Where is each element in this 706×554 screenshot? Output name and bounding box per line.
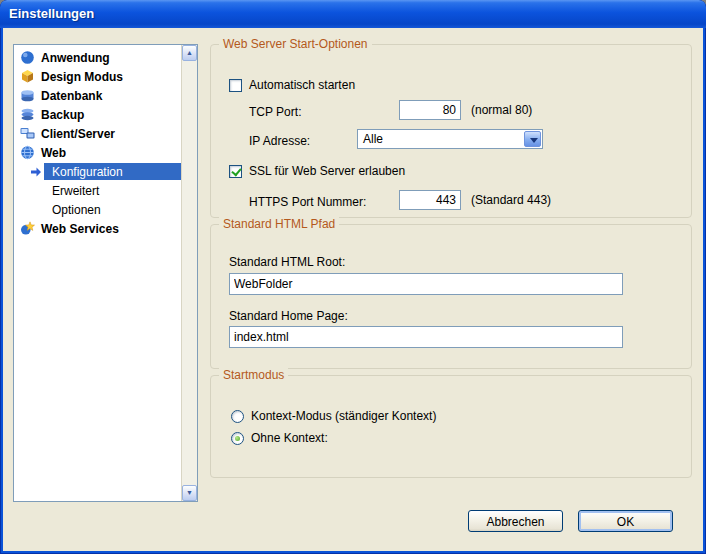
web-services-icon xyxy=(20,221,35,236)
scroll-down-button[interactable]: ▼ xyxy=(182,485,197,501)
sidebar-item-label: Optionen xyxy=(48,202,105,218)
group-title: Web Server Start-Optionen xyxy=(219,37,372,51)
sidebar-item-label: Client/Server xyxy=(41,127,115,141)
settings-category-list: Anwendung Design Modus Datenbank xyxy=(13,44,198,502)
sidebar-item-label: Design Modus xyxy=(41,70,123,84)
home-page-label: Standard Home Page: xyxy=(229,309,348,323)
sidebar-item-client-server[interactable]: Client/Server xyxy=(14,124,181,143)
sidebar-item-label: Konfiguration xyxy=(48,164,127,180)
sidebar-item-label: Web xyxy=(41,146,66,160)
home-page-input[interactable] xyxy=(229,326,623,348)
web-globe-icon xyxy=(20,145,35,160)
context-mode-radio[interactable] xyxy=(231,410,244,423)
html-root-input[interactable] xyxy=(229,273,623,295)
tcp-port-hint: (normal 80) xyxy=(471,100,532,120)
https-port-hint: (Standard 443) xyxy=(471,190,551,210)
cancel-button[interactable]: Abbrechen xyxy=(468,510,563,532)
sidebar-item-label: Datenbank xyxy=(41,89,102,103)
category-list: Anwendung Design Modus Datenbank xyxy=(14,45,181,501)
client-server-icon xyxy=(20,126,35,141)
autostart-checkbox-label[interactable]: Automatisch starten xyxy=(249,78,355,93)
sidebar-item-label: Erweitert xyxy=(48,183,103,199)
sidebar-scrollbar[interactable]: ▲ ▼ xyxy=(181,45,197,501)
sidebar-item-erweitert[interactable]: Erweitert xyxy=(14,181,181,200)
context-mode-radio-label[interactable]: Kontext-Modus (ständiger Kontext) xyxy=(251,409,436,424)
sidebar-item-label: Backup xyxy=(41,108,84,122)
group-web-server-start-options: Web Server Start-Optionen Automatisch st… xyxy=(210,44,692,218)
no-context-radio[interactable] xyxy=(231,432,244,445)
https-port-label: HTTPS Port Nummer: xyxy=(249,195,366,209)
sidebar-item-label: Anwendung xyxy=(41,51,110,65)
ip-address-value: Alle xyxy=(363,132,383,146)
design-icon xyxy=(20,69,35,84)
dialog-body: Anwendung Design Modus Datenbank xyxy=(3,28,703,551)
titlebar[interactable]: Einstellungen xyxy=(0,0,706,28)
tcp-port-label: TCP Port: xyxy=(249,105,301,119)
tcp-port-input[interactable] xyxy=(399,100,461,120)
ssl-checkbox[interactable] xyxy=(229,165,242,178)
backup-icon xyxy=(20,107,35,122)
selected-arrow-icon xyxy=(30,166,42,181)
scroll-up-button[interactable]: ▲ xyxy=(182,45,197,61)
no-context-radio-label[interactable]: Ohne Kontext: xyxy=(251,431,328,446)
ssl-checkbox-label[interactable]: SSL für Web Server erlauben xyxy=(249,164,405,179)
group-title: Standard HTML Pfad xyxy=(219,217,339,231)
autostart-checkbox[interactable] xyxy=(229,79,242,92)
settings-dialog: Einstellungen Anwendung Design Modus xyxy=(0,0,706,554)
database-icon xyxy=(20,88,35,103)
application-icon xyxy=(20,50,35,65)
sidebar-item-konfiguration[interactable]: Konfiguration xyxy=(14,162,181,181)
dropdown-arrow-icon[interactable] xyxy=(524,131,541,147)
sidebar-item-design-modus[interactable]: Design Modus xyxy=(14,67,181,86)
ok-button[interactable]: OK xyxy=(578,510,673,532)
ip-address-select[interactable]: Alle xyxy=(357,129,543,149)
sidebar-item-label: Web Services xyxy=(41,222,119,236)
sidebar-item-datenbank[interactable]: Datenbank xyxy=(14,86,181,105)
ip-address-label: IP Adresse: xyxy=(249,134,310,148)
sidebar-item-web-services[interactable]: Web Services xyxy=(14,219,181,238)
window-title: Einstellungen xyxy=(9,0,94,28)
html-root-label: Standard HTML Root: xyxy=(229,255,345,269)
group-startmodus: Startmodus Kontext-Modus (ständiger Kont… xyxy=(210,375,692,478)
sidebar-item-web[interactable]: Web xyxy=(14,143,181,162)
group-standard-html-path: Standard HTML Pfad Standard HTML Root: S… xyxy=(210,224,692,369)
sidebar-item-optionen[interactable]: Optionen xyxy=(14,200,181,219)
group-title: Startmodus xyxy=(219,368,288,382)
sidebar-item-anwendung[interactable]: Anwendung xyxy=(14,48,181,67)
sidebar-item-backup[interactable]: Backup xyxy=(14,105,181,124)
https-port-input[interactable] xyxy=(399,190,461,210)
